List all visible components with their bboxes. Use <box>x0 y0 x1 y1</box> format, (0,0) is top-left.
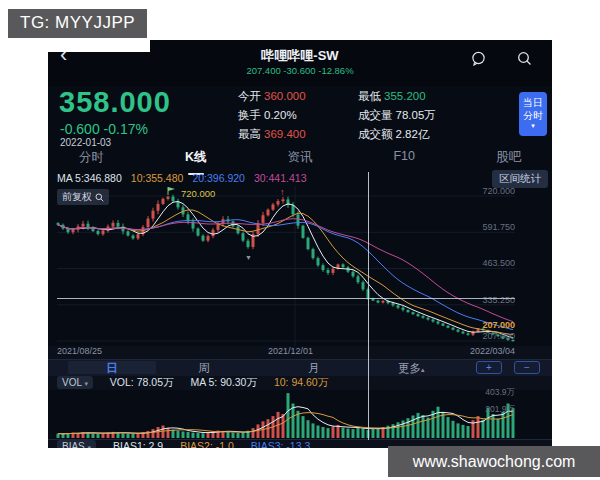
chat-icon[interactable] <box>471 51 486 66</box>
period-week[interactable]: 周 <box>198 361 210 376</box>
period-day[interactable]: 日 <box>106 361 118 376</box>
zoom-in-button[interactable]: + <box>476 361 502 374</box>
watermark-badge: www.shawochong.com <box>388 446 600 477</box>
crosshair-vertical[interactable] <box>368 172 369 440</box>
svg-text:↑: ↑ <box>280 187 285 197</box>
stats-column-2: 最低355.200 成交量78.05万 成交额2.82亿 <box>358 87 436 144</box>
volume-axis-label: 201.9万 <box>468 404 515 416</box>
volume-ma5: MA 5: 90.30万 <box>190 376 257 388</box>
triangle-icon: ▴ <box>421 366 425 373</box>
period-toolbar: 日 周 月 更多▴ + − <box>48 359 552 377</box>
stock-app-screen: ‹ 哔哩哔哩-SW 207.400 -30.600 -12.86% 358.00… <box>48 40 552 448</box>
volume-ma10: 10: 94.60万 <box>274 376 328 388</box>
last-price: 358.000 <box>59 86 171 119</box>
ma30-value: 30:441.413 <box>254 172 307 184</box>
stat-low: 最低355.200 <box>358 87 436 106</box>
svg-text:▼: ▼ <box>245 254 252 261</box>
ma-legend: MA 5:346.88010:355.48020:396.92030:441.4… <box>48 172 552 186</box>
volume-indicator-dropdown[interactable]: VOL ▾ <box>57 376 93 389</box>
chevron-down-icon: ▾ <box>519 122 547 130</box>
current-price-tag: 207.000 <box>468 320 515 330</box>
stat-high: 最高369.400 <box>238 125 306 144</box>
tab-intraday[interactable]: 分时 <box>79 146 104 172</box>
tg-badge: TG: MYYJJPP <box>8 9 147 38</box>
ma5-value: MA 5:346.880 <box>57 172 122 184</box>
ma20-value: 20:396.920 <box>192 172 245 184</box>
crosshair-horizontal[interactable] <box>57 298 515 299</box>
stat-turnover: 换手0.20% <box>238 106 306 125</box>
date-axis: 2021/08/25 2021/12/01 2022/03/04 <box>48 346 552 359</box>
volume-value: VOL: 78.05万 <box>110 376 174 388</box>
stock-subtitle-quote: 207.400 -30.600 -12.86% <box>48 65 552 76</box>
zoom-out-button[interactable]: − <box>514 361 540 374</box>
stat-volume: 成交量78.05万 <box>358 106 436 125</box>
bias-indicator-dropdown[interactable]: BIAS ▾ <box>57 440 96 448</box>
stat-amount: 成交额2.82亿 <box>358 125 436 144</box>
period-more[interactable]: 更多▴ <box>398 361 425 376</box>
bias2-value: BIAS2: -1.0 <box>180 440 234 448</box>
ma10-value: 10:355.480 <box>131 172 184 184</box>
adjust-mode-chip[interactable]: 前复权 <box>57 189 109 205</box>
bias1-value: BIAS1: 2.9 <box>113 440 163 448</box>
stat-open: 今开360.000 <box>238 87 306 106</box>
tab-bar: 分时 K线 资讯 F10 股吧 <box>48 146 552 172</box>
magnifier-icon <box>95 193 104 202</box>
tab-f10[interactable]: F10 <box>393 146 415 172</box>
tab-kline[interactable]: K线 <box>185 146 207 172</box>
search-icon[interactable] <box>517 51 532 66</box>
price-change: -0.600 -0.17% <box>60 121 148 137</box>
chevron-down-icon: ▾ <box>88 444 92 448</box>
tab-forum[interactable]: 股吧 <box>496 146 521 172</box>
tab-news[interactable]: 资讯 <box>287 146 312 172</box>
bias3-value: BIAS3: -13.3 <box>251 440 311 448</box>
kline-chart[interactable]: ↑▼ 前复权 720.000 720.000 591.750 463.500 3… <box>48 186 552 346</box>
intraday-switch-button[interactable]: 当日 分时 ▾ <box>519 92 547 136</box>
period-month[interactable]: 月 <box>308 361 320 376</box>
stats-column-1: 今开360.000 换手0.20% 最高369.400 <box>238 87 306 144</box>
peak-price-label: 720.000 <box>181 188 215 199</box>
volume-axis-label: 403.9万 <box>468 387 515 399</box>
chevron-down-icon: ▾ <box>84 380 88 387</box>
